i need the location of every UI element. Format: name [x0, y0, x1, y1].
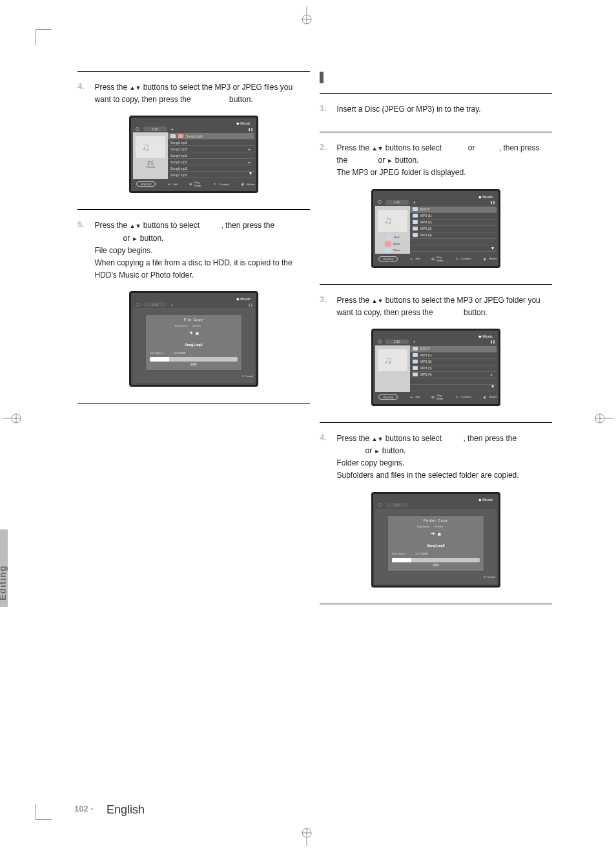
cancel-icon: ⊘ — [241, 374, 243, 378]
figure-music-list-marked: ◆ Music 1/10 ◄ ❚❚ ♫ ROOT 00 : 00 5 Selec… — [129, 116, 258, 193]
hdd-icon: ▣ — [438, 532, 441, 536]
section-heading-folder-copy: Folder Copy — [320, 71, 552, 83]
step-text: Press the buttons to select Copy, then p… — [94, 220, 301, 281]
cancel-icon: ⊘ — [484, 575, 486, 578]
music-note-icon: ♫ — [142, 141, 150, 153]
step-left-4: 4. Press the buttons to select the MP3 o… — [77, 71, 310, 193]
step-text: Press the buttons to select the MP3 or J… — [94, 81, 301, 106]
crop-mark-bottom — [294, 826, 320, 846]
crop-corner-bl — [36, 804, 52, 820]
figure-folder-copy-progress: ◆ Music 1/10 Folder Copy Total Items :9 … — [371, 492, 500, 588]
anykey-badge: Anykey — [136, 181, 156, 187]
step-right-4: 4. Press the buttons to select Copy, the… — [320, 422, 552, 588]
step-right-1: 1. Insert a Disc (JPEG or MP3) in to the… — [320, 93, 552, 116]
hdd-icon: ▣ — [196, 331, 199, 335]
heading-bar-icon — [320, 72, 323, 83]
down-triangle-icon — [135, 221, 141, 230]
crop-mark-left — [3, 405, 23, 431]
step-number: 4. — [77, 81, 92, 91]
figure-folder-list-select: ◆ Music 1/10 ◄ ❚❚ ♫ ROOT MP3 (1) — [371, 329, 500, 406]
down-triangle-icon — [377, 296, 383, 305]
crop-mark-right — [593, 405, 613, 431]
step-right-3: 3. Press the buttons to select the MP3 o… — [320, 284, 552, 406]
crop-corner-tl — [36, 29, 52, 45]
down-triangle-icon — [135, 83, 141, 92]
crop-mark-top — [294, 6, 320, 26]
step-left-5: 5. Press the buttons to select Copy, the… — [77, 209, 310, 387]
down-triangle-icon — [377, 143, 383, 152]
page-number: 102 - — [74, 804, 94, 813]
side-tab-editing: Editing — [0, 529, 8, 607]
step-number: 5. — [77, 220, 92, 229]
figure-folder-list-root: ◆ Music 1/10 ◄ ❚❚ ♫ DivX Music Photo — [371, 189, 500, 268]
page-language: English — [107, 803, 145, 817]
step-right-2: 2. Press the buttons to select Music or … — [320, 132, 552, 268]
figure-file-copy-progress: ◆ Music 1/10 ◄ ❚❚ File Copy Total Items … — [129, 291, 258, 387]
down-triangle-icon — [377, 434, 383, 443]
